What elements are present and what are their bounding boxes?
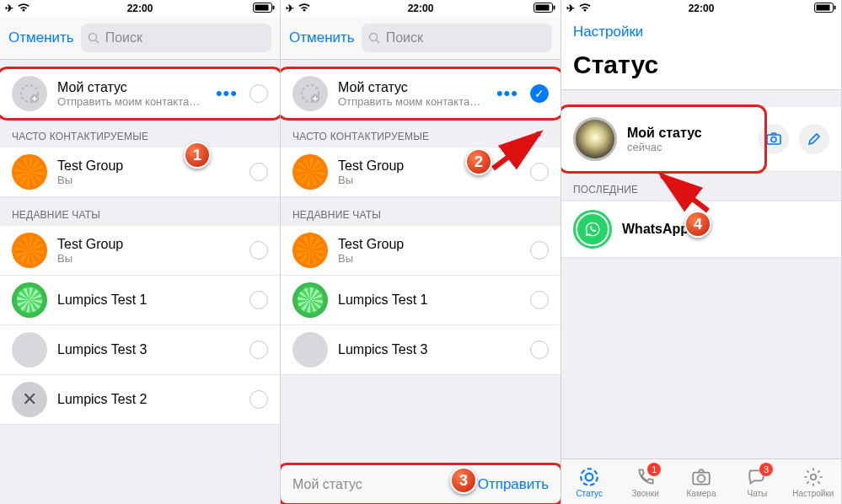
select-radio[interactable] <box>249 163 268 181</box>
panel-status-screen: ✈ 22:00 Настройки Статус Мой статус сейч… <box>561 0 842 504</box>
contact-row[interactable]: Lumpics Test 3 <box>281 325 560 375</box>
svg-point-3 <box>88 33 96 40</box>
status-bar: ✈ 22:00 <box>561 0 841 17</box>
recent-status-row[interactable]: WhatsApp✓ <box>561 201 841 258</box>
contact-row[interactable]: Test GroupВы <box>281 147 560 197</box>
search-input[interactable]: Поиск <box>81 24 271 52</box>
svg-line-11 <box>376 40 379 43</box>
select-radio[interactable] <box>249 84 268 103</box>
avatar <box>12 233 47 268</box>
footer-label: Мой статус <box>292 477 362 492</box>
status-time: 22:00 <box>127 3 153 14</box>
status-add-icon <box>12 76 47 111</box>
airplane-icon: ✈ <box>566 3 575 14</box>
svg-rect-15 <box>817 4 830 10</box>
contact-row[interactable]: Lumpics Test 1 <box>281 276 560 325</box>
cancel-button[interactable]: Отменить <box>289 29 355 46</box>
wifi-icon <box>298 3 311 15</box>
battery-icon <box>814 3 836 15</box>
tab-status[interactable]: Статус <box>561 459 617 504</box>
more-icon[interactable]: ••• <box>496 83 518 105</box>
avatar <box>12 154 47 190</box>
contact-row[interactable]: Lumpics Test 1 <box>0 276 280 325</box>
tab-calls[interactable]: Звонки1 <box>617 459 673 504</box>
section-recent: ПОСЛЕДНИЕ <box>561 172 841 201</box>
contact-row[interactable]: Test GroupВы <box>0 226 280 276</box>
tab-chats[interactable]: Чаты3 <box>729 459 785 504</box>
avatar <box>12 282 47 318</box>
select-radio[interactable] <box>249 291 268 309</box>
select-radio-checked[interactable]: ✓ <box>530 84 549 103</box>
svg-rect-2 <box>273 5 275 9</box>
svg-point-23 <box>811 474 817 480</box>
svg-point-10 <box>369 33 377 40</box>
panel-share-selected: ✈ 22:00 Отменить Поиск Мой статусОтправи… <box>281 0 561 504</box>
chats-badge: 3 <box>759 463 773 476</box>
select-radio[interactable] <box>249 390 268 409</box>
svg-rect-9 <box>554 5 555 9</box>
status-time: 22:00 <box>408 3 434 14</box>
svg-rect-8 <box>536 4 550 10</box>
status-avatar <box>573 117 617 161</box>
my-status-subtitle: Отправить моим контактам, кр… <box>57 95 206 108</box>
panel-share-unselected: ✈ 22:00 Отменить Поиск Мой статус Отправ… <box>0 0 281 504</box>
my-status-row[interactable]: Мой статусОтправить моим контактам, кр… … <box>281 68 560 119</box>
my-status-row[interactable]: Мой статус Отправить моим контактам, кр…… <box>0 68 280 119</box>
airplane-icon: ✈ <box>5 3 13 14</box>
status-add-icon <box>292 76 328 111</box>
tab-bar: Статус Звонки1 Камера Чаты3 Настройки <box>561 458 841 504</box>
wifi-icon <box>17 3 30 15</box>
search-placeholder: Поиск <box>105 30 142 46</box>
page-title: Статус <box>561 47 841 90</box>
calls-badge: 1 <box>647 463 661 476</box>
status-bar: ✈ 22:00 <box>0 0 280 17</box>
airplane-icon: ✈ <box>286 3 294 14</box>
search-input[interactable]: Поиск <box>362 24 552 52</box>
wifi-icon <box>578 3 592 15</box>
svg-point-19 <box>581 469 598 485</box>
camera-button[interactable] <box>759 124 789 154</box>
my-status-row[interactable]: Мой статус сейчас <box>561 107 841 172</box>
svg-rect-16 <box>834 5 836 9</box>
svg-point-18 <box>771 137 776 142</box>
svg-rect-17 <box>767 135 780 144</box>
battery-icon <box>253 3 275 15</box>
svg-point-22 <box>698 475 705 482</box>
avatar <box>12 332 47 367</box>
tab-camera[interactable]: Камера <box>673 459 729 504</box>
contact-row[interactable]: Lumpics Test 3 <box>0 325 280 375</box>
edit-button[interactable] <box>799 124 829 154</box>
select-radio[interactable] <box>249 340 268 359</box>
avatar <box>12 382 47 417</box>
svg-line-4 <box>95 40 99 43</box>
contact-row[interactable]: Test GroupВы <box>281 226 560 276</box>
status-bar: ✈ 22:00 <box>281 0 560 17</box>
contact-row[interactable]: Lumpics Test 2 <box>0 375 280 425</box>
nav-bar: Отменить Поиск <box>0 17 280 60</box>
section-frequent: ЧАСТО КОНТАКТИРУЕМЫЕ <box>0 119 280 147</box>
send-button[interactable]: Отправить <box>478 476 549 493</box>
send-footer: Мой статус Отправить <box>281 464 560 504</box>
svg-rect-1 <box>255 4 269 10</box>
tab-settings[interactable]: Настройки <box>786 459 841 504</box>
status-time: 22:00 <box>689 3 715 14</box>
section-recent: НЕДАВНИЕ ЧАТЫ <box>0 197 280 226</box>
nav-bar: Отменить Поиск <box>281 17 560 60</box>
verified-icon: ✓ <box>692 223 705 236</box>
contact-row[interactable]: Test GroupВы <box>0 147 280 197</box>
svg-point-20 <box>586 473 593 480</box>
more-icon[interactable]: ••• <box>216 83 238 105</box>
whatsapp-avatar <box>573 210 612 249</box>
back-button[interactable]: Настройки <box>561 17 841 47</box>
my-status-title: Мой статус <box>57 80 206 95</box>
battery-icon <box>534 3 555 15</box>
cancel-button[interactable]: Отменить <box>8 29 74 46</box>
select-radio[interactable] <box>249 241 268 260</box>
